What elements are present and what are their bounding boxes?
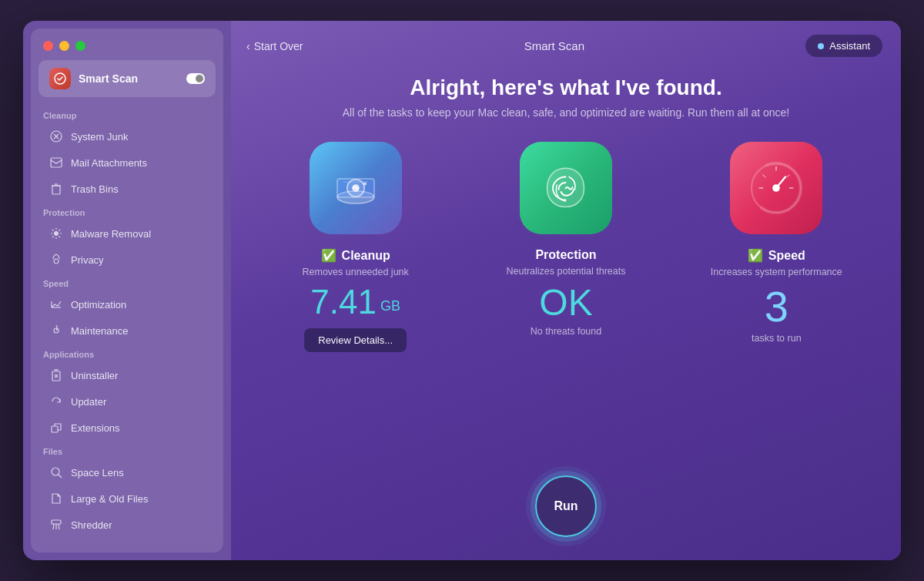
back-chevron-icon: ‹: [246, 40, 250, 52]
cleanup-check-icon: ✅: [321, 248, 336, 263]
large-files-icon: [49, 492, 63, 505]
run-section: Run: [231, 464, 901, 560]
window-controls: [31, 29, 223, 60]
malware-removal-label: Malware Removal: [71, 228, 151, 240]
sidebar-item-large-old-files[interactable]: Large & Old Files: [37, 485, 217, 512]
trash-icon: [49, 182, 63, 196]
smart-scan-icon: [49, 68, 71, 89]
section-label-files: Files: [31, 441, 223, 459]
sidebar-item-updater[interactable]: Updater: [37, 388, 217, 415]
svg-line-12: [59, 475, 62, 478]
protection-title-row: Protection: [535, 248, 596, 262]
uninstaller-label: Uninstaller: [71, 370, 118, 381]
sidebar-section-protection: Protection Malware Removal Priv: [31, 202, 223, 273]
optimization-icon: [49, 297, 63, 311]
sidebar-item-malware-removal[interactable]: Malware Removal: [37, 220, 217, 247]
protection-note: No threats found: [531, 326, 601, 337]
cleanup-card: ✅ Cleanup Removes unneeded junk 7.41 GB …: [262, 142, 449, 456]
privacy-icon: [49, 253, 63, 267]
sidebar-item-smart-scan[interactable]: Smart Scan: [38, 60, 216, 97]
mail-attachments-label: Mail Attachments: [71, 157, 147, 169]
cleanup-card-title: Cleanup: [342, 249, 390, 263]
svg-rect-3: [52, 186, 60, 194]
system-junk-icon: [49, 129, 63, 143]
shredder-icon: [49, 518, 63, 532]
sidebar-item-trash-bins[interactable]: Trash Bins: [37, 176, 217, 202]
hero-subtext: All of the tasks to keep your Mac clean,…: [262, 106, 870, 119]
large-old-files-label: Large & Old Files: [71, 493, 148, 505]
section-label-applications: Applications: [31, 344, 223, 362]
sidebar-section-files: Files Space Lens Large & Old Fi: [31, 441, 223, 538]
space-lens-icon: [49, 465, 63, 479]
sidebar-item-space-lens[interactable]: Space Lens: [37, 459, 217, 485]
sidebar-section-cleanup: Cleanup System Junk Mail Attach: [31, 105, 223, 202]
main-content: ‹ Start Over Smart Scan Assistant Alrigh…: [231, 21, 901, 560]
cleanup-title-row: ✅ Cleanup: [321, 248, 390, 263]
updater-label: Updater: [71, 396, 106, 408]
smart-scan-toggle[interactable]: [186, 73, 205, 84]
protection-card-title: Protection: [535, 248, 596, 262]
cleanup-unit: GB: [380, 299, 400, 313]
topbar: ‹ Start Over Smart Scan Assistant: [231, 21, 901, 68]
section-label-speed: Speed: [31, 273, 223, 291]
svg-line-25: [763, 174, 766, 177]
speed-title-row: ✅ Speed: [748, 248, 805, 263]
protection-card: Protection Neutralizes potential threats…: [472, 142, 659, 456]
mail-icon: [49, 156, 63, 170]
speed-card-title: Speed: [768, 249, 805, 263]
sidebar-item-optimization[interactable]: Optimization: [37, 291, 217, 317]
minimize-dot[interactable]: [59, 41, 69, 51]
run-button[interactable]: Run: [535, 475, 597, 537]
assistant-dot-icon: [818, 43, 824, 49]
sidebar-item-privacy[interactable]: Privacy: [37, 247, 217, 273]
close-dot[interactable]: [43, 41, 53, 51]
cleanup-card-subtitle: Removes unneeded junk: [303, 267, 409, 277]
svg-rect-10: [52, 426, 58, 432]
cleanup-card-value: 7.41 GB: [310, 285, 400, 319]
speed-card: ✅ Speed Increases system performance 3 t…: [683, 142, 870, 456]
updater-icon: [49, 395, 63, 408]
back-label: Start Over: [254, 40, 303, 52]
smart-scan-label: Smart Scan: [79, 72, 179, 85]
protection-icon-wrap: [520, 142, 612, 234]
assistant-label: Assistant: [829, 40, 870, 52]
shredder-label: Shredder: [71, 519, 112, 531]
extensions-label: Extensions: [71, 422, 120, 434]
svg-point-4: [54, 231, 59, 236]
protection-card-subtitle: Neutralizes potential threats: [507, 266, 626, 277]
sidebar-item-maintenance[interactable]: Maintenance: [37, 317, 217, 344]
speed-check-icon: ✅: [748, 248, 763, 263]
review-details-button[interactable]: Review Details...: [304, 328, 407, 352]
cleanup-icon-wrap: [310, 142, 402, 234]
sidebar-section-speed: Speed Optimization: [31, 273, 223, 344]
svg-point-27: [773, 184, 781, 192]
maintenance-label: Maintenance: [71, 325, 128, 337]
back-button[interactable]: ‹ Start Over: [246, 40, 303, 52]
svg-line-26: [787, 174, 790, 177]
sidebar-item-extensions[interactable]: Extensions: [37, 415, 217, 441]
system-junk-label: System Junk: [71, 131, 128, 143]
uninstaller-icon: [49, 368, 63, 382]
sidebar-item-system-junk[interactable]: System Junk: [37, 123, 217, 149]
maintenance-icon: [49, 324, 63, 338]
svg-rect-2: [51, 158, 62, 167]
sidebar: Smart Scan Cleanup System Junk: [31, 29, 223, 552]
privacy-label: Privacy: [71, 254, 104, 266]
svg-point-11: [52, 468, 59, 475]
trash-bins-label: Trash Bins: [71, 183, 119, 195]
sidebar-item-uninstaller[interactable]: Uninstaller: [37, 362, 217, 388]
speed-card-value: 3: [765, 285, 788, 328]
sidebar-section-applications: Applications Uninstaller: [31, 344, 223, 441]
speed-icon-wrap: [730, 142, 822, 234]
section-label-cleanup: Cleanup: [31, 105, 223, 123]
protection-status: OK: [539, 284, 592, 321]
extensions-icon: [49, 421, 63, 435]
assistant-button[interactable]: Assistant: [805, 35, 882, 57]
svg-rect-13: [52, 520, 61, 524]
sidebar-item-shredder[interactable]: Shredder: [37, 512, 217, 538]
speed-note: tasks to run: [752, 333, 802, 344]
sidebar-item-mail-attachments[interactable]: Mail Attachments: [37, 149, 217, 176]
section-label-protection: Protection: [31, 202, 223, 220]
svg-point-5: [54, 259, 59, 264]
maximize-dot[interactable]: [75, 41, 85, 51]
